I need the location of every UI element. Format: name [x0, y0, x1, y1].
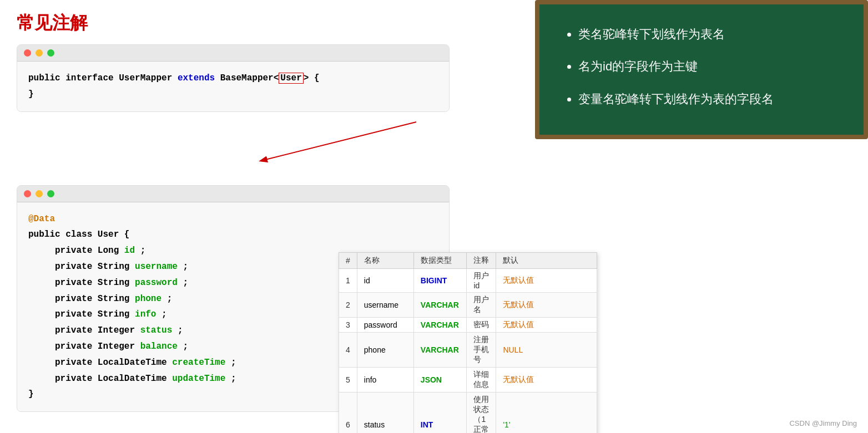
- cell-type: VARCHAR: [413, 333, 467, 368]
- cell-default: 无默认值: [496, 368, 597, 393]
- field-balance-name: balance: [140, 342, 178, 352]
- cell-comment: 详细信息: [467, 368, 496, 393]
- table-row: 3 password VARCHAR 密码 无默认值: [339, 318, 597, 333]
- space4: > {: [304, 73, 320, 83]
- kw-interface: interface: [65, 73, 113, 83]
- table-row: 5 info JSON 详细信息 无默认值: [339, 368, 597, 393]
- table-row: 4 phone VARCHAR 注册手机号 NULL: [339, 333, 597, 368]
- col-header-name: 名称: [357, 253, 413, 269]
- blackboard-list: 类名驼峰转下划线作为表名 名为id的字段作为主键 变量名驼峰转下划线作为表的字段…: [562, 21, 841, 113]
- cell-name: username: [357, 293, 413, 318]
- kw-public-2: public: [28, 230, 60, 240]
- table-row: 1 id BIGINT 用户id 无默认值: [339, 269, 597, 293]
- field-password-name: password: [135, 278, 178, 288]
- cell-name: password: [357, 318, 413, 333]
- dot-yellow-2: [36, 190, 43, 197]
- cell-type: INT: [413, 393, 467, 434]
- cell-type: BIGINT: [413, 269, 467, 293]
- dot-yellow-1: [36, 49, 43, 57]
- field-createtime-name: createTime: [172, 358, 225, 368]
- cell-name: id: [357, 269, 413, 293]
- page-container: 常见注解 MyBatisPlus通过扫描实体类，并基于反射获取实体类信息作为数据…: [0, 0, 868, 433]
- titlebar-1: [17, 45, 449, 62]
- blackboard-item-1: 类名驼峰转下划线作为表名: [578, 21, 841, 48]
- kw-extends: extends: [178, 73, 215, 83]
- cell-comment: 注册手机号: [467, 333, 496, 368]
- table-body: 1 id BIGINT 用户id 无默认值 2 username VARCHAR…: [339, 269, 597, 434]
- cell-comment: 使用状态（1正常 2冻结）: [467, 393, 496, 434]
- code-class-decl: public class User {: [28, 227, 438, 243]
- field-status-name: status: [140, 325, 173, 335]
- cell-type: VARCHAR: [413, 318, 467, 333]
- cell-name: phone: [357, 333, 413, 368]
- cell-comment: 用户id: [467, 269, 496, 293]
- cell-name: info: [357, 368, 413, 393]
- db-table: # 名称 数据类型 注释 默认 1 id BIGINT 用户id 无默认值 2 …: [339, 252, 597, 433]
- field-updatetime-name: updateTime: [172, 374, 225, 384]
- space3: BaseMapper<: [220, 73, 279, 83]
- col-header-num: #: [339, 253, 357, 269]
- cell-default: 无默认值: [496, 269, 597, 293]
- svg-line-1: [261, 122, 416, 161]
- col-header-comment: 注释: [467, 253, 496, 269]
- cell-default: 无默认值: [496, 293, 597, 318]
- dot-red-1: [24, 49, 31, 57]
- table-row: 2 username VARCHAR 用户名 无默认值: [339, 293, 597, 318]
- dot-green-2: [47, 190, 54, 197]
- annotation-data: @Data: [28, 214, 55, 224]
- field-info-name: info: [135, 309, 156, 319]
- user-highlight: User: [279, 73, 303, 84]
- titlebar-2: [17, 186, 449, 202]
- space2: UserMapper: [119, 73, 178, 83]
- cell-default: NULL: [496, 333, 597, 368]
- cell-num: 4: [339, 333, 357, 368]
- cell-type: JSON: [413, 368, 467, 393]
- table-header-row: # 名称 数据类型 注释 默认: [339, 253, 597, 269]
- credit: CSDN @Jimmy Ding: [789, 419, 857, 427]
- dot-green-1: [47, 49, 54, 57]
- dot-red-2: [24, 190, 31, 197]
- cell-num: 2: [339, 293, 357, 318]
- cell-type: VARCHAR: [413, 293, 467, 318]
- code-annotation: @Data: [28, 211, 438, 227]
- blackboard-item-3: 变量名驼峰转下划线作为表的字段名: [578, 86, 841, 113]
- cell-num: 3: [339, 318, 357, 333]
- cell-comment: 密码: [467, 318, 496, 333]
- cell-default: 无默认值: [496, 318, 597, 333]
- blackboard-item-2: 名为id的字段作为主键: [578, 53, 841, 80]
- cell-default: '1': [496, 393, 597, 434]
- kw-class: class: [65, 230, 92, 240]
- cell-comment: 用户名: [467, 293, 496, 318]
- col-header-type: 数据类型: [413, 253, 467, 269]
- field-phone-name: phone: [135, 294, 162, 304]
- table-row: 6 status INT 使用状态（1正常 2冻结） '1': [339, 393, 597, 434]
- cell-num: 1: [339, 269, 357, 293]
- col-header-default: 默认: [496, 253, 597, 269]
- field-username-name: username: [135, 262, 178, 272]
- arrow-svg: [183, 116, 572, 172]
- blackboard: 类名驼峰转下划线作为表名 名为id的字段作为主键 变量名驼峰转下划线作为表的字段…: [535, 0, 868, 139]
- cell-num: 6: [339, 393, 357, 434]
- code-body-1: public interface UserMapper extends Base…: [17, 62, 449, 111]
- field-id-name: id: [124, 246, 135, 256]
- cell-name: status: [357, 393, 413, 434]
- code-window-1: public interface UserMapper extends Base…: [17, 44, 450, 112]
- kw-public: public: [28, 73, 60, 83]
- cell-num: 5: [339, 368, 357, 393]
- code-line-1: public interface UserMapper extends Base…: [28, 70, 438, 86]
- kw-private-id: private: [55, 246, 92, 256]
- code-line-2: }: [28, 86, 438, 103]
